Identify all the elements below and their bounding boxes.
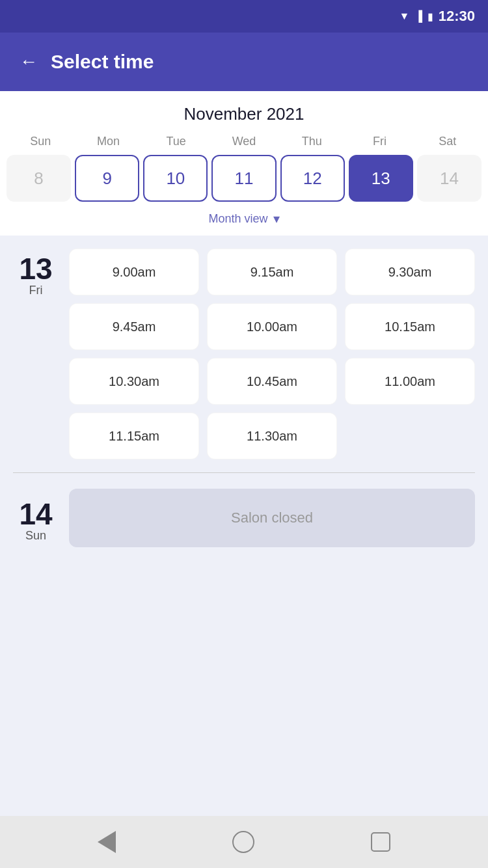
time-slot-1015am[interactable]: 10.15am — [345, 303, 475, 350]
weekday-thu: Thu — [278, 135, 346, 148]
time-slots-section: 13 Fri 9.00am 9.15am 9.30am 9.45am 10.00… — [0, 236, 488, 816]
salon-closed-box: Salon closed — [69, 489, 475, 547]
weekday-mon: Mon — [74, 135, 142, 148]
weekday-wed: Wed — [210, 135, 278, 148]
section-divider — [13, 472, 475, 473]
bottom-nav — [0, 816, 488, 868]
weekday-sun: Sun — [7, 135, 74, 148]
battery-icon: ▮ — [427, 10, 433, 23]
day-number-13: 13 — [19, 254, 52, 284]
weekday-sat: Sat — [414, 135, 481, 148]
day-label-14: 14 Sun — [13, 494, 59, 543]
date-13[interactable]: 13 — [349, 155, 413, 202]
day-number-14: 14 — [19, 499, 52, 529]
status-time: 12:30 — [439, 8, 475, 25]
time-slot-1115am[interactable]: 11.15am — [69, 413, 199, 459]
weekday-fri: Fri — [346, 135, 413, 148]
time-slot-930am[interactable]: 9.30am — [345, 249, 475, 295]
date-11[interactable]: 11 — [211, 155, 276, 202]
back-nav-icon[interactable] — [98, 831, 116, 853]
calendar-section: November 2021 Sun Mon Tue Wed Thu Fri Sa… — [0, 91, 488, 236]
app-header: ← Select time — [0, 33, 488, 91]
wifi-icon: ▼ — [400, 10, 410, 22]
recents-nav-icon[interactable] — [371, 832, 390, 852]
chevron-down-icon: ▾ — [273, 211, 280, 226]
time-slot-1130am[interactable]: 11.30am — [207, 413, 337, 459]
date-8: 8 — [7, 155, 71, 202]
status-bar: ▼ ▐ ▮ 12:30 — [0, 0, 488, 33]
weekdays-row: Sun Mon Tue Wed Thu Fri Sat — [0, 135, 488, 148]
status-icons: ▼ ▐ ▮ 12:30 — [400, 8, 475, 25]
month-year-label: November 2021 — [0, 104, 488, 124]
date-10[interactable]: 10 — [143, 155, 208, 202]
day-name-sun: Sun — [25, 529, 46, 543]
date-9[interactable]: 9 — [75, 155, 139, 202]
day-name-fri: Fri — [29, 284, 43, 297]
salon-closed-label: Salon closed — [231, 509, 313, 526]
time-slot-945am[interactable]: 9.45am — [69, 303, 199, 350]
time-slot-1045am[interactable]: 10.45am — [207, 358, 337, 405]
signal-icon: ▐ — [414, 10, 422, 22]
page-title: Select time — [51, 51, 154, 73]
day-block-13: 13 Fri 9.00am 9.15am 9.30am 9.45am 10.00… — [13, 249, 475, 459]
back-button[interactable]: ← — [20, 51, 38, 72]
day-label-13: 13 Fri — [13, 249, 59, 459]
dates-row: 8 9 10 11 12 13 14 — [0, 155, 488, 202]
day-block-14: 14 Sun Salon closed — [13, 489, 475, 547]
time-slot-1100am[interactable]: 11.00am — [345, 358, 475, 405]
month-view-row[interactable]: Month view ▾ — [0, 202, 488, 229]
weekday-tue: Tue — [142, 135, 210, 148]
time-slot-1000am[interactable]: 10.00am — [207, 303, 337, 350]
month-view-label: Month view — [208, 212, 267, 226]
date-12[interactable]: 12 — [280, 155, 345, 202]
time-slot-915am[interactable]: 9.15am — [207, 249, 337, 295]
time-grid-13: 9.00am 9.15am 9.30am 9.45am 10.00am 10.1… — [69, 249, 475, 459]
home-nav-icon[interactable] — [232, 831, 254, 853]
time-slot-900am[interactable]: 9.00am — [69, 249, 199, 295]
date-14: 14 — [417, 155, 481, 202]
time-slot-1030am[interactable]: 10.30am — [69, 358, 199, 405]
